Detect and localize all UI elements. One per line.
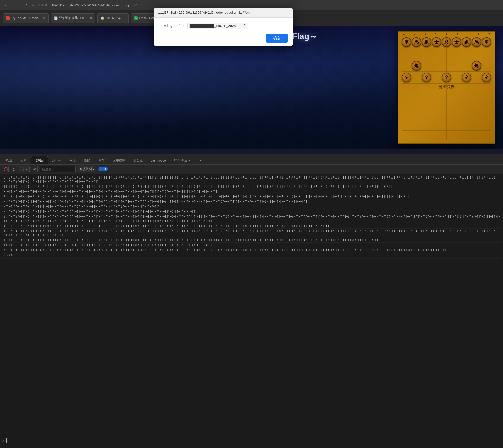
dialog-title-bar: ...1d17-f3cd-4266-9f91-f16674df41d9.node… (154, 8, 293, 18)
dialog-body: This is your flag: ████████████_VNCTF_20… (154, 18, 293, 31)
dialog-title-text: ...1d17-f3cd-4266-9f91-f16674df41d9.node… (158, 10, 250, 15)
dialog-flag-value: ████████████_VNCTF_2023~~~~} (187, 23, 248, 29)
dialog-flag-container: This is your flag: ████████████_VNCTF_20… (159, 23, 288, 29)
dialog-footer: 确定 (154, 31, 293, 46)
dialog-flag-label: This is your flag: (159, 24, 185, 28)
dialog-ok-button[interactable]: 确定 (266, 34, 288, 43)
alert-dialog: ...1d17-f3cd-4266-9f91-f16674df41d9.node… (154, 8, 293, 46)
dialog-overlay[interactable]: ...1d17-f3cd-4266-9f91-f16674df41d9.node… (0, 0, 503, 448)
